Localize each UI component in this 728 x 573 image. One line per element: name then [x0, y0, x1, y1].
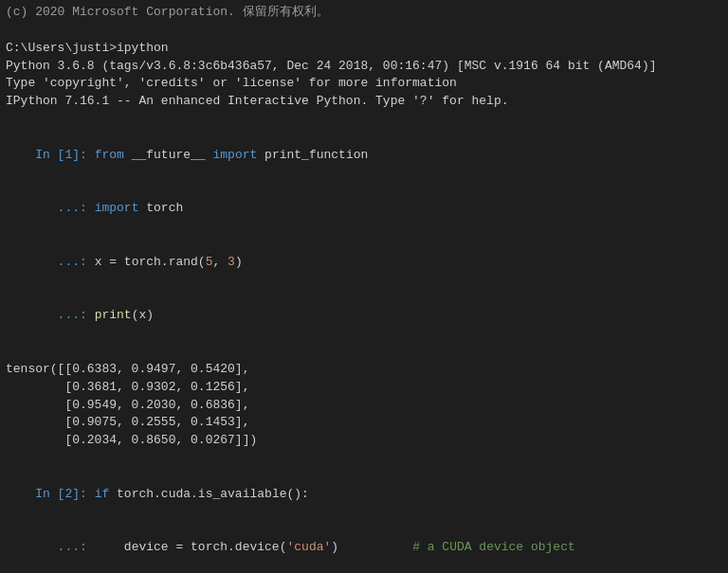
in2-line2: ...: device = torch.device('cuda') # a C…	[6, 521, 722, 573]
in1-line3: ...: x = torch.rand(5, 3)	[6, 236, 722, 290]
blank-line-4	[6, 450, 722, 468]
in1-cont1-prompt: ...:	[35, 201, 94, 215]
header-line: (c) 2020 Microsoft Corporation. 保留所有权利。	[6, 4, 722, 22]
tensor1-line3: [0.9549, 0.2030, 0.6836],	[6, 397, 722, 415]
in2-prompt: In [2]:	[35, 487, 94, 501]
in1-cont2-prompt: ...:	[35, 255, 94, 269]
python-info: Python 3.6.8 (tags/v3.6.8:3c6b436a57, De…	[6, 58, 722, 76]
tensor1-line5: [0.2034, 0.8650, 0.0267]])	[6, 432, 722, 450]
in1-line1: In [1]: from __future__ import print_fun…	[6, 129, 722, 183]
blank-line-3	[6, 343, 722, 361]
in1-prompt: In [1]:	[35, 148, 94, 162]
tensor1-line1: tensor([[0.6383, 0.9497, 0.5420],	[6, 361, 722, 379]
in1-line2: ...: import torch	[6, 182, 722, 236]
blank-line-1	[6, 22, 722, 40]
tensor1-line4: [0.9075, 0.2555, 0.1453],	[6, 414, 722, 432]
in1-from-keyword: from	[95, 148, 124, 162]
in1-line4: ...: print(x)	[6, 290, 722, 344]
in2-line1: In [2]: if torch.cuda.is_available():	[6, 468, 722, 522]
ipython-line: IPython 7.16.1 -- An enhanced Interactiv…	[6, 93, 722, 111]
in1-cont3-prompt: ...:	[35, 308, 94, 322]
tensor1-line2: [0.3681, 0.9302, 0.1256],	[6, 379, 722, 397]
terminal-window: (c) 2020 Microsoft Corporation. 保留所有权利。 …	[0, 0, 728, 573]
type-line: Type 'copyright', 'credits' or 'license'…	[6, 75, 722, 93]
blank-line-2	[6, 111, 722, 129]
path-line: C:\Users\justi>ipython	[6, 40, 722, 58]
